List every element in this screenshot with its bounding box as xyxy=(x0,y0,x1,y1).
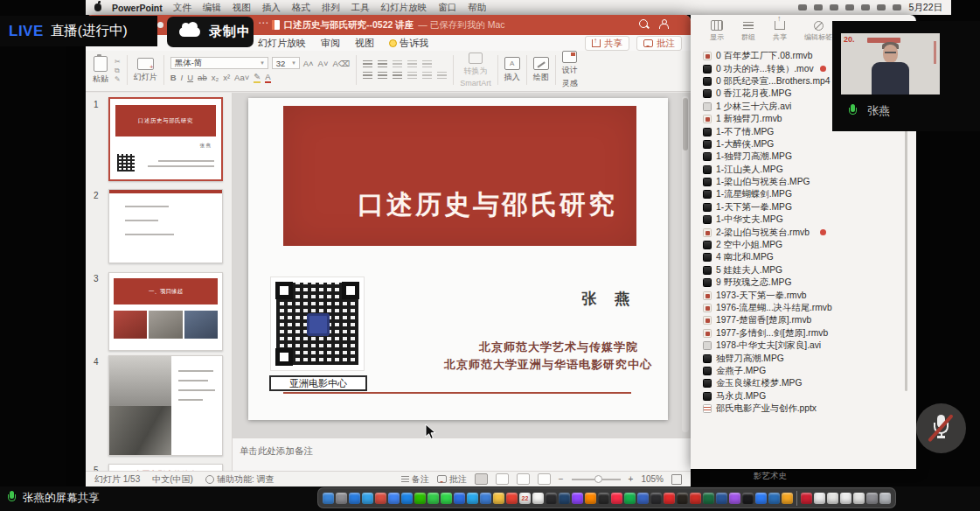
convert-smartart-button[interactable]: 转换为 SmartArt xyxy=(460,52,491,88)
menubar-menu[interactable]: 编辑 xyxy=(203,2,221,14)
dock-icon-chrome-beta[interactable] xyxy=(506,493,518,504)
share-button[interactable]: 共享 xyxy=(585,36,629,51)
menubar-menu[interactable]: 幻灯片放映 xyxy=(381,2,427,14)
bullets-button[interactable] xyxy=(363,60,372,68)
comments-toggle-button[interactable]: 批注 xyxy=(437,473,467,486)
dock-icon-trash[interactable] xyxy=(879,493,891,504)
file-row[interactable]: 4 南北和.MPG xyxy=(691,251,904,263)
dock-icon-mail[interactable] xyxy=(401,493,413,504)
menubar-menu[interactable]: 视图 xyxy=(233,2,251,14)
slide-sorter-view-button[interactable] xyxy=(496,473,509,485)
underline-button[interactable]: U xyxy=(187,73,193,82)
tab-tell-me[interactable]: 告诉我 xyxy=(389,37,428,50)
text-effects-button[interactable]: Aa˅ xyxy=(234,73,249,82)
file-row[interactable]: 5 娃娃夫人.MPG xyxy=(691,264,904,276)
dock-icon-photoshop[interactable] xyxy=(801,493,812,504)
dock-icon-facetime[interactable] xyxy=(441,493,452,504)
keyboard-icon[interactable] xyxy=(845,4,854,10)
file-row[interactable]: 马永贞.MPG xyxy=(691,390,904,402)
file-row[interactable]: 邵氏电影产业与创作.pptx xyxy=(691,402,904,415)
tab-view[interactable]: 视图 xyxy=(355,37,374,50)
dock-icon-powerpoint[interactable] xyxy=(768,493,780,504)
control-center-icon[interactable] xyxy=(893,4,901,10)
dock-icon-calendar-22[interactable]: 22 xyxy=(519,493,531,504)
titlebar-ellipsis[interactable]: ⋯ xyxy=(258,17,268,29)
zoom-slider-knob[interactable] xyxy=(594,475,602,483)
menubar-menu[interactable]: 帮助 xyxy=(468,2,486,14)
menubar-menu[interactable]: 文件 xyxy=(173,2,191,14)
numbering-button[interactable] xyxy=(378,60,387,68)
file-row[interactable]: 1977-楚留香[楚原].rmvb xyxy=(691,314,904,326)
slide-thumbnail-1[interactable]: 口述历史与邵氏研究 张 燕 xyxy=(108,97,223,181)
menubar-app-name[interactable]: PowerPoint xyxy=(112,3,163,13)
indent-increase-button[interactable] xyxy=(407,60,417,68)
text-direction-button[interactable] xyxy=(437,72,447,80)
file-row[interactable]: 1976-流星蝴...决斗结尾.rmvb xyxy=(691,302,904,314)
reading-view-button[interactable] xyxy=(517,473,530,485)
zoom-out-button[interactable]: − xyxy=(559,474,564,484)
dock-icon-document[interactable] xyxy=(827,493,838,504)
bold-button[interactable]: B xyxy=(170,73,177,82)
dock-icon-music[interactable] xyxy=(611,493,622,504)
zoom-in-button[interactable]: + xyxy=(629,474,634,484)
dock-icon-excel[interactable] xyxy=(703,493,714,504)
slide-thumbnail-5[interactable]: 中国电影史的传奇 xyxy=(108,464,223,471)
dock-icon-word[interactable] xyxy=(716,493,727,504)
new-slide-button[interactable]: 幻灯片 xyxy=(134,58,157,83)
camera-icon[interactable] xyxy=(798,4,807,10)
language-indicator[interactable]: 中文(中国) xyxy=(152,473,193,486)
zoom-level[interactable]: 105% xyxy=(641,474,664,484)
menubar-menu[interactable]: 插入 xyxy=(262,2,281,14)
dock-icon-parallels[interactable] xyxy=(559,493,570,504)
presence-icon[interactable] xyxy=(659,19,668,28)
slide-thumbnail-2[interactable] xyxy=(108,189,223,263)
dock-icon-downloads[interactable] xyxy=(866,493,878,504)
dock-icon-google-earth[interactable] xyxy=(480,493,491,504)
font-size-select[interactable]: 32▾ xyxy=(272,57,300,69)
file-row[interactable]: 金燕子.MPG xyxy=(691,365,904,377)
search-icon[interactable] xyxy=(639,19,648,28)
accessibility-indicator[interactable]: 辅助功能: 调查 xyxy=(205,473,275,486)
file-row[interactable]: 2 空中小姐.MPG xyxy=(691,239,904,251)
strikethrough-button[interactable]: ab xyxy=(198,73,207,82)
dock-icon-messages[interactable] xyxy=(427,493,439,504)
notes-pane[interactable]: 单击此处添加备注 xyxy=(233,438,691,471)
menubar-date[interactable]: 5月22日 xyxy=(908,2,942,14)
dock-icon-apple-tv[interactable] xyxy=(742,493,754,504)
dock-icon-app-store[interactable] xyxy=(349,493,360,504)
file-row[interactable]: 1-梁山伯与祝英台.MPG xyxy=(691,176,904,188)
format-painter-button[interactable]: ✎ xyxy=(115,75,121,83)
dock-icon-document[interactable] xyxy=(814,493,825,504)
justify-button[interactable] xyxy=(407,72,417,80)
apple-menu-icon[interactable] xyxy=(94,4,101,11)
dock-icon-vlc[interactable] xyxy=(585,493,596,504)
shrink-font-button[interactable]: A˅ xyxy=(318,59,329,68)
file-row[interactable]: 1-中华丈夫.MPG xyxy=(691,214,904,226)
indent-decrease-button[interactable] xyxy=(393,60,402,68)
align-right-button[interactable] xyxy=(393,72,402,80)
superscript-button[interactable]: x² xyxy=(223,73,230,82)
align-left-button[interactable] xyxy=(363,72,372,80)
display-icon[interactable] xyxy=(814,4,823,10)
dock-icon-telegram[interactable] xyxy=(467,493,478,504)
tab-slideshow[interactable]: 幻灯片放映 xyxy=(258,37,306,50)
file-row[interactable]: 9 野玫瑰之恋.MPG xyxy=(691,276,904,289)
dock-icon-red-app[interactable] xyxy=(690,493,701,504)
participant-video-panel[interactable]: 20. 张燕 xyxy=(832,21,980,131)
zoom-slider[interactable] xyxy=(572,479,621,480)
dock-icon-document[interactable] xyxy=(853,493,865,504)
edit-tags-button[interactable]: 编辑标签 xyxy=(804,20,832,42)
font-color-button[interactable]: A xyxy=(265,72,270,83)
dock-icon-books[interactable] xyxy=(546,493,557,504)
file-row[interactable]: 1-流星蝴蝶剑.MPG xyxy=(691,188,904,200)
copy-button[interactable]: ⧉ xyxy=(115,66,121,74)
dock-icon-keynote[interactable] xyxy=(493,493,504,504)
draw-button[interactable]: 绘图 xyxy=(533,57,549,83)
dock-icon-notes[interactable] xyxy=(532,493,544,504)
window-traffic-light[interactable] xyxy=(157,22,163,28)
file-row[interactable]: 1-天下第一拳.MPG xyxy=(691,201,904,214)
file-row[interactable]: 1977-多情剑...剑[楚原].rmvb xyxy=(691,327,904,340)
slide-thumbnail-3[interactable]: 一、项目缘起 xyxy=(108,272,223,351)
canvas-scrollbar[interactable] xyxy=(682,96,689,432)
bluetooth-icon[interactable] xyxy=(830,4,838,10)
